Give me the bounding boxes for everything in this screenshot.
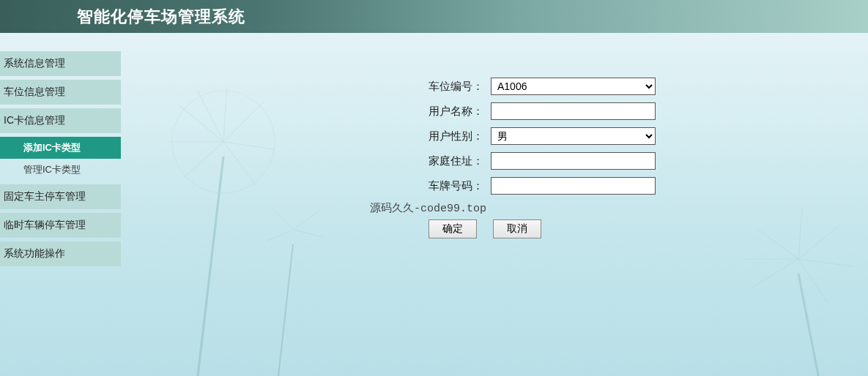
page-title: 智能化停车场管理系统 — [77, 6, 245, 28]
sidebar-item-fixed-owner[interactable]: 固定车主停车管理 — [0, 184, 121, 209]
select-gender[interactable]: 男 — [491, 127, 656, 145]
select-parking-no[interactable]: A1006 — [491, 78, 656, 95]
main-content: 车位编号： A1006 用户名称： 用户性别： 男 家庭住址： 车牌号码： 源码… — [121, 33, 868, 270]
sidebar-item-system-info[interactable]: 系统信息管理 — [0, 51, 121, 76]
sidebar-subitem-add-ic-type[interactable]: 添加IC卡类型 — [0, 137, 121, 159]
row-username: 用户名称： — [429, 102, 868, 121]
sidebar-sub-ic-card: 添加IC卡类型 管理IC卡类型 — [0, 137, 121, 181]
sidebar-item-temp-vehicle[interactable]: 临时车辆停车管理 — [0, 213, 121, 238]
input-plate[interactable] — [491, 177, 656, 195]
sidebar-item-parking-info[interactable]: 车位信息管理 — [0, 80, 121, 105]
sidebar-nav: 系统信息管理 车位信息管理 IC卡信息管理 添加IC卡类型 管理IC卡类型 固定… — [0, 33, 121, 270]
cancel-button[interactable]: 取消 — [493, 219, 541, 238]
row-gender: 用户性别： 男 — [429, 127, 868, 146]
sidebar-subitem-manage-ic-type[interactable]: 管理IC卡类型 — [0, 159, 121, 181]
input-address[interactable] — [491, 152, 656, 170]
row-address: 家庭住址： — [429, 151, 868, 170]
svg-line-15 — [798, 274, 824, 376]
sidebar-item-ic-card[interactable]: IC卡信息管理 — [0, 108, 121, 133]
watermark-text: 源码久久-code99.top — [370, 201, 868, 215]
label-address: 家庭住址： — [429, 154, 491, 168]
label-username: 用户名称： — [429, 105, 491, 119]
input-username[interactable] — [491, 102, 656, 120]
label-plate: 车牌号码： — [429, 179, 491, 193]
ok-button[interactable]: 确定 — [429, 219, 477, 238]
sidebar-item-system-ops[interactable]: 系统功能操作 — [0, 241, 121, 266]
button-row: 确定 取消 — [429, 219, 868, 238]
label-gender: 用户性别： — [429, 129, 491, 143]
row-plate: 车牌号码： — [429, 176, 868, 195]
app-header: 智能化停车场管理系统 — [0, 0, 868, 33]
label-parking-no: 车位编号： — [429, 80, 491, 94]
row-parking-no: 车位编号： A1006 — [429, 77, 868, 96]
